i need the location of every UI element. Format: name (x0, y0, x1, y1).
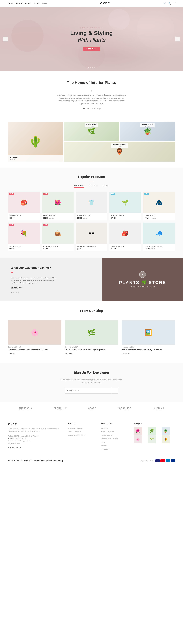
intro-author-name: Jame Brace (82, 108, 91, 110)
blog-section: From Our Blog 🌸 December 14, 2017 How to… (0, 301, 183, 362)
hero-dot-4[interactable] (94, 68, 95, 68)
hero-next-arrow[interactable]: → (176, 36, 180, 42)
footer-account-link[interactable]: Privacy Policy (101, 448, 110, 450)
tab-new-arrivals[interactable]: New Arrivals (74, 185, 84, 188)
footer-email: Email: info@overshop@gmail.com (8, 440, 63, 442)
footer-services-link[interactable]: Shipping Rates & Policies (68, 434, 85, 436)
payment-icon-0: VISA (156, 460, 160, 462)
hero-dot-1[interactable] (88, 68, 89, 68)
hero-prev-arrow[interactable]: ← (3, 36, 8, 42)
product-card-2[interactable]: 👕 Printed cotton T-shirt $56.00 $80.00 (76, 192, 107, 220)
menu-icon[interactable]: ☰ (173, 2, 175, 5)
product-card-6[interactable]: 👜 SALE Cardboard weekend bag $88.00 (42, 222, 74, 251)
footer-account-link[interactable]: About Us (101, 445, 107, 446)
brand-4: LUIGIAMOWollendorfer (153, 407, 164, 410)
blog-image: 🌿 (65, 320, 118, 344)
tab-features[interactable]: Features (102, 185, 109, 188)
footer-services-link[interactable]: International Shipping (68, 428, 82, 429)
intro-body: Lorem ipsum dolor sit amet consectetur a… (57, 94, 126, 105)
product-card-4[interactable]: 🧥 NEW Zip leather jacket $75.00 $105.00 (143, 192, 175, 220)
popular-products-section: Popular Products New Arrivals Best Selle… (0, 168, 183, 258)
intro-title: The Home of Interior Plants (27, 80, 156, 85)
category-air-plants[interactable]: 🌵 Air Plants 17 Items (8, 122, 63, 162)
brand-sub: MAISON (54, 409, 67, 410)
footer-copyright: © 2017 Over. All Rights Reserved. Design… (8, 460, 63, 462)
footer-account-link[interactable]: FAQs (101, 441, 105, 443)
play-button[interactable]: ▶ (139, 271, 146, 278)
footer: OVER Donec sodis dubus adipiscing elit, … (0, 416, 183, 465)
nav-item-blog[interactable]: BLOG (42, 2, 47, 4)
header: HOMEABOUTPAGESSHOPBLOG OVER 🛒 🔍 ☰ (0, 0, 183, 7)
instagram-image-4[interactable]: 🌱 (148, 436, 156, 444)
newsletter-email-input[interactable] (65, 388, 112, 394)
instagram-image-1[interactable]: 🌿 (148, 427, 156, 435)
blog-card-0: 🌸 December 14, 2017 How to wear fishnets… (8, 320, 62, 354)
product-badge: SALE (43, 224, 48, 226)
footer-account-link[interactable]: Shipping Rules & Policies (101, 438, 118, 440)
blog-read-more-link[interactable]: Read More (8, 353, 15, 354)
twitter-icon[interactable]: t (10, 447, 11, 449)
hero-shop-now-button[interactable]: SHOP NOW (83, 46, 100, 51)
store-subtitle: AMAZING SHOP THEMES (119, 286, 166, 288)
testimonial-right: ▶ PLANTS 🌿 STORE AMAZING SHOP THEMES (102, 258, 183, 301)
testimonial-dot-1[interactable] (11, 292, 12, 293)
category-office-plants[interactable]: 🌿 Office Plants 28 Items (64, 122, 119, 141)
product-image: 👜 SALE (42, 222, 74, 244)
instagram-image-3[interactable]: 🌸 (134, 436, 142, 444)
testimonial-dot-3[interactable] (16, 292, 17, 293)
footer-top: OVER Donec sodis dubus adipiscing elit, … (8, 423, 175, 451)
product-card-3[interactable]: 🌱 NEW Slim fit cotton T-shirt $77.00 (110, 192, 141, 220)
cart-icon[interactable]: 🛒 (164, 2, 166, 5)
footer-services-link[interactable]: Terms & Conditions (68, 431, 81, 432)
nav-item-shop[interactable]: SHOP (34, 2, 39, 4)
blog-image: 🖼️ (122, 320, 175, 344)
nav-item-pages[interactable]: PAGES (25, 2, 31, 4)
product-card-8[interactable]: 🎒 Patterned Backpack $60.00 (110, 222, 141, 251)
product-card-7[interactable]: 🕶️ Tortoiseshell retro sunglasses $56.00 (76, 222, 107, 251)
instagram-image-5[interactable]: 🌻 (162, 436, 170, 444)
product-old-price: $105.00 (151, 217, 156, 219)
blog-read-more-link[interactable]: Read More (65, 353, 72, 354)
testimonial-author: Radarino Brace (11, 286, 92, 288)
footer-account-link[interactable]: Your Order (101, 428, 108, 429)
product-price: $60.00 (111, 248, 116, 250)
nav-item-about[interactable]: ABOUT (16, 2, 22, 4)
product-card-1[interactable]: 🌺 SALE Flower print dress $52.00 $59.00 (42, 192, 74, 220)
logo[interactable]: OVER (100, 2, 110, 5)
products-grid: 🎒 SALE Patterned Backpack $90.00 🌺 SALE … (8, 192, 175, 251)
footer-services-heading: Services (68, 423, 96, 425)
product-old-price: $80.00 (151, 248, 155, 250)
instagram-image-0[interactable]: 🌺 (134, 427, 142, 435)
nav-item-home[interactable]: HOME (8, 2, 13, 4)
brand-name: LUIGIAMO (153, 407, 164, 409)
product-card-9[interactable]: 🧢 Embroidered message cap $75.00 $80.00 (143, 222, 175, 251)
footer-account-link[interactable]: Featured Initiatives (101, 434, 114, 436)
product-card-0[interactable]: 🎒 SALE Patterned Backpack $90.00 (8, 192, 40, 220)
googleplus-icon[interactable]: G+ (12, 447, 15, 449)
product-image: 🎒 (110, 222, 141, 244)
footer-account-item: Your Order (101, 427, 128, 429)
pinterest-icon[interactable]: P (20, 447, 21, 449)
product-card-5[interactable]: 💐 SALE Flowers print dress $69.00 (8, 222, 40, 251)
intro-author-role: Web Design (92, 108, 100, 110)
tab-best-seller[interactable]: Best Seller (88, 185, 98, 188)
search-icon[interactable]: 🔍 (168, 2, 171, 5)
footer-instagram-grid: 🌺🌿🪴🌸🌱🌻 (134, 427, 175, 444)
newsletter-submit-button[interactable]: → (112, 388, 118, 394)
product-name: Slim fit cotton T-shirt (111, 214, 140, 216)
quote-icon: " (11, 272, 92, 276)
footer-account-link[interactable]: Terms & Conditions (101, 431, 114, 432)
instagram-icon[interactable]: in (16, 447, 18, 449)
blog-read-more-link[interactable]: Read More (122, 353, 129, 354)
facebook-icon[interactable]: f (8, 447, 8, 449)
category-house-plants[interactable]: 🪴 House Plants 34 Items (120, 122, 175, 141)
testimonial-dot-4[interactable] (18, 292, 19, 293)
instagram-image-2[interactable]: 🪴 (162, 427, 170, 435)
footer-services-item: Terms & Conditions (68, 430, 96, 433)
hero-dot-3[interactable] (92, 68, 93, 68)
testimonial-dot-2[interactable] (13, 292, 14, 293)
product-info: Patterned Backpack $60.00 (110, 244, 141, 251)
product-image: 👕 (76, 192, 107, 213)
category-plant-containers[interactable]: 🏺 Plant Containers 17 Items (64, 142, 175, 162)
hero-dot-2[interactable] (90, 68, 91, 68)
